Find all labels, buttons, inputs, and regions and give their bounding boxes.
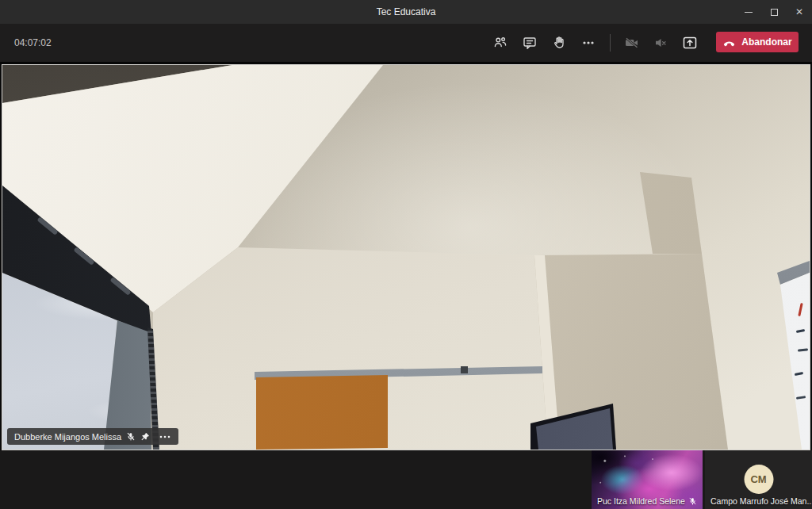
chat-icon bbox=[522, 35, 538, 51]
audio-toggle-button[interactable] bbox=[649, 30, 674, 55]
participant-tile[interactable]: CM Campo Marrufo José Man... bbox=[705, 450, 812, 509]
more-icon bbox=[580, 35, 596, 51]
maximize-button[interactable] bbox=[761, 0, 787, 24]
raise-hand-icon bbox=[551, 35, 567, 51]
chat-button[interactable] bbox=[517, 30, 542, 55]
maximize-icon bbox=[771, 9, 778, 16]
teams-meeting-window: Tec Educativa ✕ 04:07:02 bbox=[0, 0, 812, 509]
close-button[interactable]: ✕ bbox=[787, 0, 812, 24]
share-screen-button[interactable] bbox=[677, 30, 703, 55]
room-video-feed bbox=[2, 65, 810, 450]
participant-filmstrip: Puc Itza Mildred Selene CM Campo Marrufo… bbox=[0, 450, 812, 509]
participant-name: Campo Marrufo José Man... bbox=[710, 496, 812, 506]
camera-off-icon bbox=[623, 34, 641, 52]
more-options-button[interactable] bbox=[576, 30, 601, 55]
window-title: Tec Educativa bbox=[0, 0, 812, 24]
leave-meeting-label: Abandonar bbox=[741, 36, 791, 48]
participants-icon bbox=[492, 35, 508, 51]
camera-toggle-button[interactable] bbox=[619, 30, 645, 55]
window-controls: ✕ bbox=[736, 0, 812, 24]
participant-name: Dubberke Mijangos Melissa bbox=[14, 432, 121, 442]
participant-tile[interactable]: Puc Itza Mildred Selene bbox=[592, 450, 703, 509]
participant-name: Puc Itza Mildred Selene bbox=[597, 496, 685, 506]
toolbar-divider bbox=[610, 34, 611, 52]
speaker-muted-icon bbox=[653, 34, 670, 52]
avatar: CM bbox=[744, 465, 773, 494]
close-icon: ✕ bbox=[795, 7, 803, 17]
leave-meeting-button[interactable]: Abandonar bbox=[716, 32, 799, 52]
main-video-tile[interactable]: Dubberke Mijangos Melissa bbox=[2, 64, 810, 450]
raise-hand-button[interactable] bbox=[546, 30, 572, 55]
mic-off-icon bbox=[126, 432, 136, 442]
hangup-icon bbox=[722, 36, 736, 49]
mic-off-icon bbox=[688, 497, 697, 506]
participant-more-icon[interactable] bbox=[159, 432, 171, 442]
titlebar: Tec Educativa ✕ bbox=[0, 0, 812, 24]
meeting-toolbar: 04:07:02 bbox=[0, 24, 812, 62]
rail-bracket bbox=[461, 366, 468, 373]
participant-name-chip[interactable]: Dubberke Mijangos Melissa bbox=[7, 428, 178, 445]
call-timer: 04:07:02 bbox=[14, 24, 52, 62]
pin-icon bbox=[140, 432, 150, 442]
minimize-button[interactable] bbox=[736, 0, 761, 24]
participants-button[interactable] bbox=[488, 30, 513, 55]
minimize-icon bbox=[745, 12, 753, 13]
share-screen-icon bbox=[681, 34, 699, 52]
